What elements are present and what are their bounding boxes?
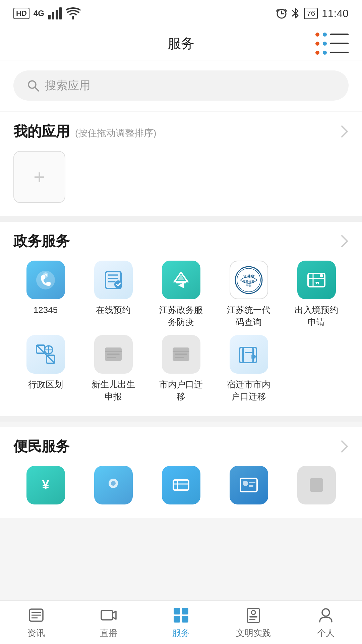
service-label-household: 市内户口迁移 [159,378,203,403]
service-item-jiangsu-gov[interactable]: ◀ 江苏政务服务防疫 [149,261,213,328]
menu-dot-orange3 [315,51,319,55]
network-4g: 4G [34,9,44,18]
add-icon: + [34,165,45,189]
svg-rect-65 [174,616,180,623]
svg-rect-43 [240,347,253,363]
gov-services-header: 政务服务 [13,232,349,251]
search-icon [27,79,40,92]
menu-dot-orange [315,33,319,37]
conv-item-2[interactable] [81,466,145,504]
svg-point-68 [251,610,255,614]
my-apps-title: 我的应用 [13,122,70,141]
service-item-online-booking[interactable]: 在线预约 [81,261,145,328]
service-item-newborn[interactable]: 新生儿出生申报 [81,335,145,403]
conv-item-1[interactable]: ¥ [13,466,78,504]
nav-label-news: 资讯 [27,627,45,639]
service-label-jiangsu-gov: 江苏政务服务防疫 [159,304,203,328]
section-divider-1 [0,216,362,222]
service-icon-admin-div [26,335,65,374]
nav-item-practice[interactable]: 文明实践 [217,606,290,639]
gov-services-section: 政务服务 ↻ 12345 [0,222,362,416]
menu-dot-blue [323,33,327,37]
service-item-border[interactable]: 出入境预约申请 [284,261,349,328]
svg-rect-42 [175,357,184,358]
my-apps-title-group: 我的应用 (按住拖动调整排序) [13,122,157,141]
service-icon-suqian-household [230,335,268,374]
nav-item-profile[interactable]: 个人 [290,606,362,639]
service-item-admin-div[interactable]: 行政区划 [13,335,78,403]
bluetooth-icon [291,7,300,20]
my-apps-subtitle: (按住拖动调整排序) [75,127,157,140]
service-icon-border [297,261,336,299]
status-bar: HD 4G [0,0,362,27]
service-label-12345: 12345 [34,304,58,316]
svg-point-71 [322,609,329,616]
status-right: 76 11:40 [276,7,349,20]
wifi-icon [66,7,80,19]
svg-point-48 [111,481,116,486]
search-bar[interactable]: 搜索应用 [13,70,349,101]
svg-point-28 [320,274,323,277]
menu-line-1 [330,34,349,35]
convenience-icons-row: ¥ [13,466,349,504]
convenience-title: 便民服务 [13,437,70,456]
conv-item-3[interactable] [149,466,213,504]
menu-dot-blue3 [323,51,327,55]
my-apps-arrow[interactable] [341,125,349,138]
svg-text:↻: ↻ [44,273,47,277]
app-header: 服务 [0,27,362,60]
nav-label-service: 服务 [172,627,190,639]
service-icon-online-booking [94,261,133,299]
nav-item-service[interactable]: 服务 [145,606,217,639]
service-label-jiangsu-code: 江苏统一代码查询 [227,304,270,328]
svg-rect-57 [310,478,323,492]
svg-rect-38 [107,357,116,358]
svg-rect-2 [56,10,58,19]
svg-rect-1 [52,12,54,19]
svg-rect-56 [249,485,253,487]
svg-rect-64 [182,608,188,614]
conv-icon-5 [297,466,336,504]
nav-label-practice: 文明实践 [236,627,271,639]
service-item-jiangsu-code[interactable]: 江苏省 政务服务 平台 江苏统一代码查询 [217,261,281,328]
svg-line-8 [35,87,39,91]
section-divider-2 [0,416,362,422]
service-item-suqian-household[interactable]: 宿迁市市内户口迁移 [217,335,281,403]
gov-services-grid: ↻ 12345 在线预约 [13,261,349,403]
add-app-button[interactable]: + [13,151,65,203]
service-icon-jiangsu-code: 江苏省 政务服务 平台 [230,261,268,299]
gov-services-title: 政务服务 [13,232,70,251]
service-icon-12345: ↻ [26,261,65,299]
svg-rect-41 [175,354,187,355]
svg-point-16 [114,280,122,288]
svg-rect-63 [174,608,180,614]
my-apps-header: 我的应用 (按住拖动调整排序) [13,122,349,141]
service-item-household[interactable]: 市内户口迁移 [149,335,213,403]
menu-line-3 [330,52,349,53]
conv-item-4[interactable] [217,466,281,504]
convenience-section: 便民服务 ¥ [0,427,362,518]
menu-dot-blue2 [323,42,327,46]
svg-rect-53 [240,478,257,492]
search-placeholder: 搜索应用 [45,78,90,93]
page-title: 服务 [168,34,194,53]
menu-dot-orange2 [315,42,319,46]
nav-label-profile: 个人 [317,627,335,639]
nav-item-news[interactable]: 资讯 [0,606,72,639]
conv-item-5[interactable] [284,466,349,504]
practice-icon [244,606,263,625]
person-icon [316,606,335,625]
gov-services-arrow[interactable] [341,234,349,248]
battery-level: 76 [307,9,315,18]
convenience-arrow[interactable] [341,440,349,453]
service-item-12345[interactable]: ↻ 12345 [13,261,78,328]
conv-icon-2 [94,466,133,504]
battery-icon: 76 [304,8,317,19]
header-menu-button[interactable] [315,33,349,55]
hd-badge: HD [13,8,29,19]
bottom-nav: 资讯 直播 服务 [0,600,362,644]
search-section: 搜索应用 [0,60,362,111]
nav-item-live[interactable]: 直播 [72,606,145,639]
menu-icon[interactable] [315,33,349,55]
conv-icon-4 [230,466,268,504]
